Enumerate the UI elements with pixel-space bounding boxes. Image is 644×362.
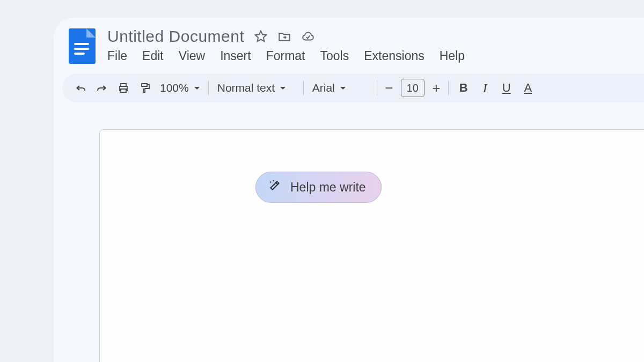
paint-format-button[interactable] bbox=[135, 78, 155, 98]
cloud-saved-icon[interactable] bbox=[301, 29, 315, 43]
document-page[interactable]: Help me write bbox=[99, 129, 644, 362]
separator bbox=[448, 80, 449, 95]
docs-app-icon[interactable] bbox=[69, 28, 96, 64]
magic-pen-icon bbox=[268, 179, 282, 196]
menubar: File Edit View Insert Format Tools Exten… bbox=[107, 49, 465, 63]
font-size-control: − + bbox=[382, 79, 444, 97]
document-title[interactable]: Untitled Document bbox=[107, 28, 244, 45]
caret-down-icon bbox=[194, 87, 200, 90]
canvas-area: Help me write bbox=[54, 129, 644, 362]
zoom-value: 100% bbox=[160, 82, 189, 94]
font-family-value: Arial bbox=[312, 82, 335, 94]
menu-extensions[interactable]: Extensions bbox=[364, 49, 425, 63]
move-folder-icon[interactable] bbox=[277, 29, 291, 43]
separator bbox=[303, 80, 304, 95]
title-row: Untitled Document bbox=[107, 28, 465, 45]
help-me-write-label: Help me write bbox=[290, 180, 366, 195]
redo-button[interactable] bbox=[92, 78, 112, 98]
menu-edit[interactable]: Edit bbox=[142, 49, 164, 63]
star-icon[interactable] bbox=[254, 29, 268, 43]
separator bbox=[208, 80, 209, 95]
decrease-font-size-button[interactable]: − bbox=[382, 80, 397, 97]
app-window: Untitled Document bbox=[54, 18, 644, 362]
print-button[interactable] bbox=[114, 78, 133, 98]
text-color-button[interactable]: A bbox=[518, 78, 538, 98]
paragraph-style-select[interactable]: Normal text bbox=[213, 78, 299, 98]
bold-button[interactable]: B bbox=[454, 78, 473, 98]
svg-point-0 bbox=[273, 180, 274, 181]
menu-help[interactable]: Help bbox=[440, 49, 465, 63]
menu-insert[interactable]: Insert bbox=[220, 49, 251, 63]
font-size-input[interactable] bbox=[401, 79, 425, 97]
font-family-select[interactable]: Arial bbox=[308, 78, 372, 98]
paragraph-style-value: Normal text bbox=[217, 82, 275, 94]
menu-tools[interactable]: Tools bbox=[320, 49, 349, 63]
separator bbox=[377, 80, 377, 95]
help-me-write-button[interactable]: Help me write bbox=[255, 172, 382, 203]
header-text-block: Untitled Document bbox=[107, 28, 465, 63]
menu-file[interactable]: File bbox=[107, 49, 127, 63]
increase-font-size-button[interactable]: + bbox=[429, 80, 444, 97]
italic-button[interactable]: I bbox=[475, 78, 495, 98]
undo-button[interactable] bbox=[71, 78, 90, 98]
toolbar: 100% Normal text Arial − + B I U A bbox=[62, 73, 644, 102]
zoom-select[interactable]: 100% bbox=[156, 78, 204, 98]
document-header: Untitled Document bbox=[54, 18, 644, 64]
underline-button[interactable]: U bbox=[497, 78, 516, 98]
menu-format[interactable]: Format bbox=[266, 49, 305, 63]
menu-view[interactable]: View bbox=[179, 49, 205, 63]
caret-down-icon bbox=[340, 87, 346, 90]
caret-down-icon bbox=[280, 87, 286, 90]
